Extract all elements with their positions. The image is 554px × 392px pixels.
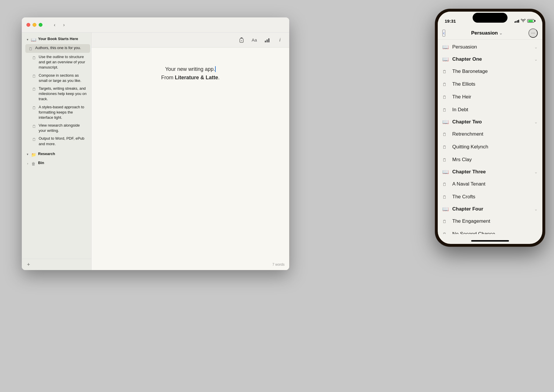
sidebar-item-outline[interactable]: 🗒 Use the outline to structure and get a…: [29, 53, 90, 71]
doc-icon-mrs-clay: 🗒: [442, 157, 449, 162]
status-time: 19:31: [445, 19, 456, 24]
root-chevron-icon: ▾: [25, 37, 30, 42]
root-label: Your Book Starts Here: [38, 36, 87, 42]
editor-toolbar: Aa i: [92, 33, 289, 48]
desktop: ‹ › ▾ 📖 Your Book Starts Here: [0, 0, 554, 392]
signal-bar-4: [518, 20, 519, 23]
editor-line2-bold: Literature & Latte: [175, 75, 218, 80]
status-icons: [514, 19, 536, 23]
doc-icon-in-debt: 🗒: [442, 107, 449, 112]
iphone-section-chapter-three[interactable]: 📖 Chapter Three ⌄: [438, 166, 542, 178]
titlebar-nav: ‹ ›: [51, 21, 68, 29]
editor-content[interactable]: Your new writing app. From Literature & …: [92, 48, 289, 270]
mac-window: ‹ › ▾ 📖 Your Book Starts Here: [22, 17, 289, 270]
info-icon: i: [279, 37, 280, 43]
book-icon: 📖: [31, 37, 36, 43]
iphone-more-button[interactable]: ···: [528, 28, 538, 38]
sidebar-label-targets: Targets, writing streaks, and milestones…: [39, 86, 87, 102]
window-titlebar: ‹ ›: [22, 17, 289, 33]
editor-main-text: Your new writing app. From Literature & …: [161, 65, 219, 82]
svg-rect-3: [267, 39, 268, 42]
signal-bar-2: [516, 21, 517, 23]
sidebar-item-authors[interactable]: 🗒 Authors, this one is for you.: [25, 44, 90, 53]
book-icon-chapter-three: 📖: [442, 169, 449, 175]
folder-icon-research: 📁: [31, 152, 36, 158]
iphone-item-in-debt[interactable]: 🗒 In Debt: [438, 103, 542, 116]
editor-line2: From Literature & Latte.: [161, 73, 219, 82]
doc-icon-no-second-chance: 🗒: [442, 232, 449, 234]
iphone-label-elliots: The Elliots: [452, 81, 538, 87]
doc-icon-heir: 🗒: [442, 95, 449, 100]
cursor: [215, 66, 216, 72]
forward-button[interactable]: ›: [60, 21, 68, 29]
sidebar-item-targets[interactable]: 🗒 Targets, writing streaks, and mileston…: [29, 85, 90, 103]
typography-button[interactable]: Aa: [250, 35, 259, 45]
book-icon-chapter-two: 📖: [442, 119, 449, 125]
doc-icon-styles: 🗒: [31, 105, 37, 111]
chevron-down-icon: ⌄: [499, 31, 503, 35]
sidebar-item-output[interactable]: 🗒 Output to Word, PDF, ePub and more.: [29, 135, 90, 148]
sidebar-item-research-view[interactable]: 🗒 View research alongside your writing.: [29, 122, 90, 134]
back-button[interactable]: ‹: [51, 21, 59, 29]
sidebar-item-compose[interactable]: 🗒 Compose in sections as small or large …: [29, 72, 90, 84]
typography-icon: Aa: [252, 37, 257, 42]
iphone-list: 📖 Persuasion ⌄ 📖 Chapter One ⌄ 🗒 The Bar…: [438, 39, 542, 234]
doc-icon-authors: 🗒: [28, 46, 33, 52]
editor-line2-suffix: .: [218, 75, 220, 80]
iphone-section-label-chapter-four: Chapter Four: [452, 206, 534, 212]
chevron-right-chapter-four: ⌄: [534, 207, 538, 211]
sidebar-item-styles[interactable]: 🗒 A styles-based approach to formatting …: [29, 103, 90, 122]
iphone-nav: ‹ Persuasion ⌄ ···: [438, 27, 542, 39]
format-icon-button[interactable]: [237, 35, 246, 45]
battery-icon: [527, 19, 535, 23]
book-icon-persuasion: 📖: [442, 44, 449, 50]
iphone-section-chapter-four[interactable]: 📖 Chapter Four ⌄: [438, 203, 542, 215]
book-icon-chapter-one: 📖: [442, 56, 449, 62]
add-button[interactable]: +: [25, 261, 32, 268]
iphone-item-quitting[interactable]: 🗒 Quitting Kelynch: [438, 141, 542, 153]
book-icon-chapter-four: 📖: [442, 206, 449, 212]
sidebar-label-styles: A styles-based approach to formatting ke…: [39, 105, 87, 121]
iphone-section-label-chapter-three: Chapter Three: [452, 169, 534, 175]
bin-chevron-icon: ›: [25, 161, 30, 166]
back-icon: ‹: [54, 22, 55, 28]
doc-icon-compose: 🗒: [31, 73, 37, 79]
iphone-item-no-second-chance[interactable]: 🗒 No Second Chance: [438, 228, 542, 234]
trash-icon-bin: 🗑: [31, 161, 36, 167]
iphone-item-baronetage[interactable]: 🗒 The Baronetage: [438, 65, 542, 78]
iphone-item-retrenchment[interactable]: 🗒 Retrenchment: [438, 128, 542, 141]
sidebar-label-research-view: View research alongside your writing.: [39, 123, 87, 133]
iphone-section-chapter-two[interactable]: 📖 Chapter Two ⌄: [438, 116, 542, 128]
word-count: 7 words: [272, 262, 285, 267]
dynamic-island: [473, 13, 507, 23]
iphone-label-baronetage: The Baronetage: [452, 69, 538, 74]
sidebar: ▾ 📖 Your Book Starts Here 🗒 Authors, thi…: [22, 33, 92, 270]
forward-icon: ›: [63, 22, 65, 28]
minimize-button[interactable]: [33, 23, 36, 27]
sidebar-item-bin[interactable]: › 🗑 Bin: [23, 159, 90, 168]
iphone-item-engagement[interactable]: 🗒 The Engagement: [438, 215, 542, 228]
iphone-back-button[interactable]: ‹: [442, 30, 445, 37]
signal-bar-1: [514, 21, 515, 23]
iphone-item-crofts[interactable]: 🗒 The Crofts: [438, 190, 542, 203]
maximize-button[interactable]: [39, 23, 42, 27]
iphone-item-naval-tenant[interactable]: 🗒 A Naval Tenant: [438, 178, 542, 190]
iphone-item-elliots[interactable]: 🗒 The Elliots: [438, 78, 542, 91]
info-button[interactable]: i: [275, 35, 285, 45]
more-icon: ···: [531, 30, 535, 36]
doc-icon-retrenchment: 🗒: [442, 132, 449, 137]
close-button[interactable]: [26, 23, 30, 27]
iphone-section-chapter-one[interactable]: 📖 Chapter One ⌄: [438, 53, 542, 65]
sidebar-label-bin: Bin: [38, 160, 87, 166]
iphone-item-mrs-clay[interactable]: 🗒 Mrs Clay: [438, 153, 542, 166]
iphone-item-heir[interactable]: 🗒 The Heir: [438, 91, 542, 103]
sidebar-item-research[interactable]: ▾ 📁 Research: [23, 150, 90, 159]
iphone-item-persuasion[interactable]: 📖 Persuasion ⌄: [438, 41, 542, 53]
stats-button[interactable]: [262, 35, 272, 45]
editor-line1-text: Your new writing app.: [165, 66, 215, 72]
iphone-back-icon: ‹: [443, 30, 445, 36]
chevron-right-chapter-three: ⌄: [534, 170, 538, 174]
iphone-section-label-chapter-two: Chapter Two: [452, 119, 534, 125]
iphone-status-bar: 19:31: [438, 12, 542, 27]
sidebar-item-root[interactable]: ▾ 📖 Your Book Starts Here: [23, 35, 90, 44]
